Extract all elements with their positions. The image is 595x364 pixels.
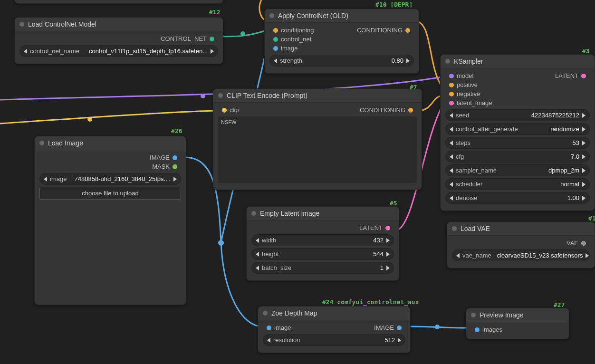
chevron-right-icon[interactable]: [406, 58, 410, 63]
widget-width[interactable]: width432: [251, 234, 394, 246]
chevron-right-icon[interactable]: [582, 154, 585, 159]
chevron-right-icon[interactable]: [386, 252, 390, 257]
widget-batch_size[interactable]: batch_size1: [251, 262, 394, 274]
port-dot-icon[interactable]: [581, 241, 586, 246]
widget-scheduler[interactable]: schedulernormal: [445, 178, 590, 190]
chevron-left-icon[interactable]: [274, 58, 277, 63]
node-header[interactable]: Apply ControlNet (OLD): [265, 9, 419, 23]
node-ksampler[interactable]: KSampler model positive negative latent_…: [440, 54, 595, 211]
port-dot-icon[interactable]: [475, 327, 480, 332]
chevron-right-icon[interactable]: [386, 238, 390, 243]
input-slot[interactable]: conditioning: [269, 26, 316, 35]
node-header[interactable]: KSampler: [441, 55, 595, 68]
prompt-textarea[interactable]: NSFW: [218, 116, 417, 183]
port-dot-icon[interactable]: [449, 74, 454, 78]
collapse-dot-icon[interactable]: [263, 311, 268, 316]
output-slot[interactable]: CONTROL_NET: [19, 34, 219, 43]
chevron-right-icon[interactable]: [582, 141, 585, 145]
node-header[interactable]: Preview Image: [466, 308, 569, 322]
collapse-dot-icon[interactable]: [251, 211, 256, 216]
node-header[interactable]: Zoe Depth Map: [258, 307, 410, 320]
output-slot[interactable]: LATENT: [553, 71, 591, 80]
widget-control-net-name[interactable]: control_net_name control_v11f1p_sd15_dep…: [19, 45, 218, 57]
node-header[interactable]: CLIP Text Encode (Prompt): [213, 89, 422, 103]
node-load-vae[interactable]: Load VAE VAE vae_name clearvaeSD15_v23.s…: [447, 221, 595, 268]
chevron-left-icon[interactable]: [450, 141, 453, 145]
chevron-right-icon[interactable]: [582, 168, 585, 173]
input-slot[interactable]: control_net: [269, 35, 316, 44]
chevron-left-icon[interactable]: [44, 177, 47, 182]
node-graph-canvas[interactable]: #12 #10 [DEPR] #3 #7 #26 #5 #1 #24 comfy…: [0, 0, 595, 364]
widget-vae-name[interactable]: vae_name clearvaeSD15_v23.safetensors: [452, 249, 590, 261]
node-header[interactable]: Empty Latent Image: [247, 207, 399, 220]
widget-sampler_name[interactable]: sampler_namedpmpp_2m: [445, 164, 590, 176]
chevron-left-icon[interactable]: [450, 168, 453, 173]
input-slot[interactable]: image: [262, 323, 293, 332]
chevron-right-icon[interactable]: [582, 127, 585, 132]
chevron-right-icon[interactable]: [386, 266, 390, 270]
port-dot-icon[interactable]: [397, 326, 402, 330]
collapse-dot-icon[interactable]: [218, 93, 223, 98]
chevron-right-icon[interactable]: [398, 338, 401, 343]
output-slot[interactable]: VAE: [451, 239, 591, 248]
widget-image[interactable]: image 7480858-uhd_2160_3840_25fps....: [39, 173, 181, 185]
port-dot-icon[interactable]: [173, 164, 177, 169]
partial-node-top[interactable]: [14, 0, 223, 4]
input-slot[interactable]: image: [269, 44, 316, 53]
chevron-right-icon[interactable]: [585, 253, 589, 258]
node-clip-text-encode[interactable]: CLIP Text Encode (Prompt) clip CONDITION…: [213, 88, 422, 190]
chevron-left-icon[interactable]: [256, 266, 259, 270]
input-slot[interactable]: positive: [444, 80, 494, 89]
node-apply-controlnet[interactable]: Apply ControlNet (OLD) conditioning cont…: [264, 9, 419, 74]
port-dot-icon[interactable]: [449, 83, 454, 87]
port-dot-icon[interactable]: [222, 108, 227, 113]
widget-steps[interactable]: steps53: [445, 137, 590, 149]
choose-file-button[interactable]: choose file to upload: [39, 187, 181, 200]
output-slot[interactable]: MASK: [38, 162, 182, 171]
collapse-dot-icon[interactable]: [445, 59, 450, 64]
node-header[interactable]: Load Image: [35, 136, 186, 150]
chevron-left-icon[interactable]: [450, 127, 453, 132]
node-load-image[interactable]: Load Image IMAGE MASK image 7480858-uhd_…: [34, 136, 186, 305]
chevron-left-icon[interactable]: [450, 154, 453, 159]
input-slot[interactable]: model: [444, 71, 494, 80]
node-empty-latent[interactable]: Empty Latent Image LATENT width432height…: [246, 206, 399, 281]
chevron-right-icon[interactable]: [582, 182, 585, 187]
widget-cfg[interactable]: cfg7.0: [445, 151, 590, 163]
chevron-right-icon[interactable]: [582, 196, 585, 201]
widget-strength[interactable]: strength 0.80: [269, 55, 414, 67]
node-header[interactable]: Load ControlNet Model: [15, 18, 223, 31]
output-slot[interactable]: LATENT: [250, 223, 395, 232]
collapse-dot-icon[interactable]: [471, 313, 476, 317]
port-dot-icon[interactable]: [449, 92, 454, 96]
port-dot-icon[interactable]: [273, 37, 278, 42]
chevron-right-icon[interactable]: [582, 113, 585, 118]
collapse-dot-icon[interactable]: [452, 226, 457, 231]
chevron-left-icon[interactable]: [450, 196, 453, 201]
input-slot[interactable]: images: [470, 325, 565, 334]
collapse-dot-icon[interactable]: [39, 141, 44, 145]
chevron-right-icon[interactable]: [173, 177, 177, 182]
chevron-left-icon[interactable]: [267, 338, 270, 343]
chevron-left-icon[interactable]: [256, 238, 259, 243]
chevron-left-icon[interactable]: [256, 252, 259, 257]
widget-resolution[interactable]: resolution 512: [263, 334, 405, 346]
collapse-dot-icon[interactable]: [19, 22, 24, 27]
chevron-left-icon[interactable]: [456, 253, 460, 258]
port-dot-icon[interactable]: [273, 28, 278, 33]
output-slot[interactable]: CONDITIONING: [358, 105, 418, 115]
widget-control_after_generate[interactable]: control_after_generaterandomize: [445, 123, 590, 135]
port-dot-icon[interactable]: [267, 326, 271, 330]
output-slot[interactable]: IMAGE: [38, 153, 182, 162]
node-zoe-depth[interactable]: Zoe Depth Map image IMAGE resolution 512: [258, 306, 411, 353]
chevron-left-icon[interactable]: [450, 182, 453, 187]
port-dot-icon[interactable]: [405, 28, 410, 33]
port-dot-icon[interactable]: [449, 101, 454, 105]
input-slot[interactable]: latent_image: [444, 98, 494, 107]
chevron-left-icon[interactable]: [450, 113, 453, 118]
node-header[interactable]: Load VAE: [447, 222, 595, 236]
port-dot-icon[interactable]: [273, 46, 278, 51]
port-dot-icon[interactable]: [385, 226, 390, 230]
input-slot[interactable]: clip: [217, 105, 241, 115]
port-dot-icon[interactable]: [581, 74, 586, 78]
